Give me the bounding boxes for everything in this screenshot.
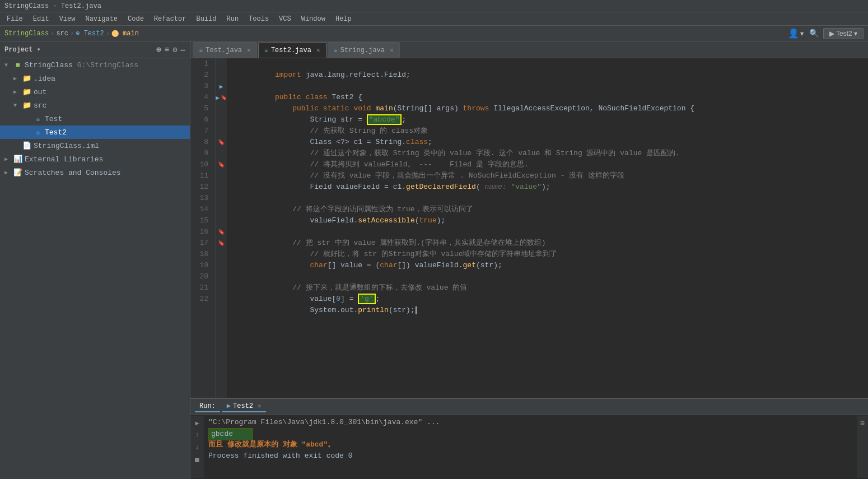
tab-test2-icon: ☕ <box>264 46 268 54</box>
run-again-icon[interactable]: ▶ <box>192 418 202 428</box>
tab-string-java[interactable]: ☕ String.java ✕ <box>328 42 400 58</box>
options-icon[interactable]: ⚙ <box>172 45 177 54</box>
tab-test2-label: Test2.java <box>271 46 311 54</box>
test-java-icon: ☕ <box>34 114 43 123</box>
run-tab-label: Run: <box>199 402 216 410</box>
menu-code[interactable]: Code <box>123 14 148 24</box>
test2-java-icon: ☕ <box>34 128 43 137</box>
close-sidebar-icon[interactable]: — <box>181 45 185 54</box>
nav-search-icon[interactable]: 🔍 <box>809 29 819 38</box>
tab-string-label: String.java <box>340 46 385 54</box>
sidebar-content: ▼ ■ StringClass G:\StringClass ▶ 📁 .idea… <box>0 58 190 479</box>
sidebar-root-label: StringClass <box>25 61 73 69</box>
console-line-1: "C:\Program Files\Java\jdk1.8.0_301\bin\… <box>208 417 852 428</box>
sidebar-title: Project ▾ <box>4 45 41 54</box>
menu-edit[interactable]: Edit <box>29 14 54 24</box>
console-line-3: 而且 修改就是原本的 对象 "abcd"。 <box>208 439 852 450</box>
bottom-left-tools: ▶ ↑ ↓ ⏹ <box>190 416 204 478</box>
tab-test2-java[interactable]: ☕ Test2.java ✕ <box>258 42 326 58</box>
sidebar-extlibs-label: External Libraries <box>25 155 103 164</box>
breadcrumb: StringClass › src › ⊕ Test2 › ⬤ main <box>4 29 139 38</box>
sidebar-header-icons: ⊕ ≡ ⚙ — <box>156 45 185 54</box>
sidebar-item-extlibs[interactable]: ▶ 📊 External Libraries <box>0 152 190 166</box>
nav-right: 👤▾ 🔍 ▶ Test2 ▾ <box>788 28 864 39</box>
idea-folder-icon: 📁 <box>22 74 31 83</box>
line-numbers: 1 2 3 4 5 6 7 8 9 10 11 12 13 14 15 16 1… <box>190 58 216 398</box>
code-line-13: // 将这个字段的访问属性设为 true，表示可以访问了 <box>231 193 864 204</box>
nav-profile-icon[interactable]: 👤▾ <box>788 28 805 39</box>
tab-test-label: Test.java <box>206 46 242 54</box>
sidebar-root-path: G:\StringClass <box>77 61 138 69</box>
sidebar-item-scratches[interactable]: ▶ 📝 Scratches and Consoles <box>0 166 190 179</box>
main-layout: Project ▾ ⊕ ≡ ⚙ — ▼ ■ StringClass G:\Str… <box>0 41 868 479</box>
collapse-icon[interactable]: ≡ <box>165 45 169 54</box>
bottom-tabs: Run: ▶ Test2 ✕ <box>190 399 868 415</box>
sidebar-item-out[interactable]: ▶ 📁 out <box>0 85 190 99</box>
tab-string-close[interactable]: ✕ <box>390 46 394 54</box>
menu-refactor[interactable]: Refactor <box>150 14 191 24</box>
breadcrumb-project[interactable]: StringClass <box>4 30 49 38</box>
menu-build[interactable]: Build <box>192 14 221 24</box>
iml-icon: 📄 <box>22 141 31 150</box>
sidebar-item-test[interactable]: ☕ Test <box>0 112 190 125</box>
breadcrumb-class[interactable]: ⊕ Test2 <box>76 29 104 38</box>
locate-icon[interactable]: ⊕ <box>156 45 161 54</box>
scratches-icon: 📝 <box>13 168 22 177</box>
stop-icon[interactable]: ⏹ <box>192 455 202 465</box>
menu-bar: File Edit View Navigate Code Refactor Bu… <box>0 12 868 26</box>
menu-window[interactable]: Window <box>297 14 330 24</box>
line-gutter: ▶ ▶🔖 🔖 🔖 🔖 🔖 <box>216 58 227 398</box>
menu-help[interactable]: Help <box>331 14 356 24</box>
sidebar-out-label: out <box>34 88 46 96</box>
tab-test2-close[interactable]: ✕ <box>316 46 320 54</box>
scroll-down-icon[interactable]: ↓ <box>192 443 202 453</box>
root-icon: ■ <box>13 61 22 69</box>
sidebar-item-iml[interactable]: 📄 StringClass.iml <box>0 139 190 152</box>
console-line-4: Process finished with exit code 0 <box>208 450 852 462</box>
src-folder-icon: 📁 <box>22 101 31 110</box>
sidebar-item-idea[interactable]: ▶ 📁 .idea <box>0 72 190 85</box>
sidebar-item-src[interactable]: ▼ 📁 src <box>0 99 190 112</box>
menu-file[interactable]: File <box>2 14 27 24</box>
menu-run[interactable]: Run <box>222 14 243 24</box>
code-lines[interactable]: import java.lang.reflect.Field; public c… <box>227 58 868 398</box>
title-bar: StringClass - Test2.java <box>0 0 868 12</box>
sidebar-item-root[interactable]: ▼ ■ StringClass G:\StringClass <box>0 58 190 72</box>
extlibs-icon: 📊 <box>13 155 22 164</box>
menu-navigate[interactable]: Navigate <box>81 14 122 24</box>
idea-arrow: ▶ <box>13 75 20 82</box>
code-line-16: // 把 str 中的 value 属性获取到.(字符串，其实就是存储在堆上的数… <box>231 226 864 238</box>
root-arrow: ▼ <box>4 62 11 68</box>
src-arrow: ▼ <box>13 103 20 109</box>
tab-test-java[interactable]: ☕ Test.java ✕ <box>193 42 257 58</box>
extlibs-arrow: ▶ <box>4 156 11 162</box>
breadcrumb-src[interactable]: src <box>56 30 68 38</box>
nav-bar: StringClass › src › ⊕ Test2 › ⬤ main 👤▾ … <box>0 26 868 41</box>
sidebar-src-label: src <box>34 101 46 110</box>
scroll-up-icon[interactable]: ↑ <box>192 430 202 440</box>
code-editor[interactable]: 1 2 3 4 5 6 7 8 9 10 11 12 13 14 15 16 1… <box>190 58 868 398</box>
test2-run-label: Test2 <box>233 402 253 410</box>
run-button[interactable]: ▶ Test2 ▾ <box>823 28 864 39</box>
console-line-2: gbcde <box>208 428 852 439</box>
breadcrumb-method[interactable]: ⬤ main <box>111 29 139 38</box>
bottom-content: ▶ ↑ ↓ ⏹ "C:\Program Files\Java\jdk1.8.0_… <box>190 415 868 479</box>
menu-view[interactable]: View <box>55 14 80 24</box>
scratches-arrow: ▶ <box>4 169 11 176</box>
expand-icon[interactable]: ⊞ <box>857 418 867 428</box>
tab-string-icon: ☕ <box>334 46 338 54</box>
console-lines: "C:\Program Files\Java\jdk1.8.0_301\bin\… <box>204 416 857 478</box>
sidebar-scratches-label: Scratches and Consoles <box>25 169 121 177</box>
menu-vcs[interactable]: VCS <box>274 14 296 24</box>
run-tab[interactable]: Run: <box>195 401 220 412</box>
sidebar: Project ▾ ⊕ ≡ ⚙ — ▼ ■ StringClass G:\Str… <box>0 41 190 479</box>
test2-run-tab[interactable]: ▶ Test2 ✕ <box>222 401 266 412</box>
editor-area: ☕ Test.java ✕ ☕ Test2.java ✕ ☕ String.ja… <box>190 41 868 479</box>
sidebar-item-test2[interactable]: ☕ Test2 <box>0 125 190 139</box>
sidebar-test2-label: Test2 <box>45 128 67 137</box>
tab-test-close[interactable]: ✕ <box>247 46 251 54</box>
menu-tools[interactable]: Tools <box>244 14 273 24</box>
test2-run-close[interactable]: ✕ <box>258 402 262 410</box>
code-line-1: import java.lang.reflect.Field; <box>231 58 864 69</box>
bottom-right-tools: ⊞ <box>857 416 868 478</box>
